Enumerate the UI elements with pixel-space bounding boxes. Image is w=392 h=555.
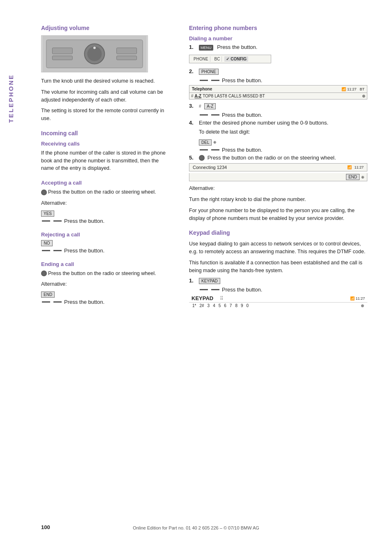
tab-plus: ⊕ xyxy=(362,94,365,98)
key-2: 2# xyxy=(198,303,205,308)
connecting-icon: ⊕ xyxy=(361,175,364,179)
delete-digit-text: To delete the last digit: xyxy=(199,128,367,136)
screen-bt: BT xyxy=(360,87,364,91)
vol-para-2: The volume for incoming calls and call v… xyxy=(41,88,173,104)
key-9: 9 xyxy=(240,303,244,308)
dash-11 xyxy=(200,149,208,150)
sub-ending-call: Ending a call Press the button on the ra… xyxy=(41,261,173,305)
keypad-grid-icon: ⠿ xyxy=(220,296,224,301)
end-button: END xyxy=(41,291,55,298)
dialing-number-title: Dialing a number xyxy=(189,35,367,42)
del-icon: ⊕ xyxy=(213,140,217,144)
accept-press-text: Press the button. xyxy=(64,218,104,224)
yes-button-row: YES xyxy=(41,210,173,217)
connecting-screen: Connecting 1234 📶 11:27 END ⊕ xyxy=(189,163,367,181)
sub-accepting-call: Accepting a call Press the button on the… xyxy=(41,180,173,224)
sub-receiving-calls: Receiving calls If the phone number of t… xyxy=(41,141,173,172)
dash-9 xyxy=(200,114,208,116)
keypad-step-1: 1. KEYPAD xyxy=(189,278,367,284)
step-3-content: # A-Z xyxy=(199,103,367,109)
del-press-row: Press the button. xyxy=(199,147,367,153)
right-column: Entering phone numbers Dialing a number … xyxy=(189,25,367,316)
section-keypad-dialing: Keypad dialing Use keypad dialing to gai… xyxy=(189,229,367,309)
keypad-text-1: Use keypad dialing to gain access to net… xyxy=(189,240,367,256)
del-button-row: DEL ⊕ xyxy=(199,139,367,146)
step-5: 5. Press the button on the radio or on t… xyxy=(189,155,367,161)
screen-connecting-bar: Connecting 1234 📶 11:27 xyxy=(189,163,367,171)
tab-hash: # xyxy=(191,94,194,98)
del-button: DEL xyxy=(199,139,212,146)
keypad-press-row: Press the button. xyxy=(199,287,367,293)
receiving-calls-text: If the phone number of the caller is sto… xyxy=(41,149,173,172)
step-2-press: Press the button. xyxy=(222,77,262,83)
step-2-press-row: Press the button. xyxy=(199,77,367,83)
incoming-call-title: Incoming call xyxy=(41,130,173,136)
ending-call-title: Ending a call xyxy=(41,261,173,267)
dash-2 xyxy=(53,220,62,222)
screen-after-step1: PHONE BC ✓ CONFIG xyxy=(189,53,367,65)
accept-press-row: Press the button. xyxy=(41,218,173,224)
phone-dial-icon xyxy=(199,155,205,161)
key-0: 0 xyxy=(246,303,250,308)
end-press-text: Press the button. xyxy=(64,299,104,305)
step-2: 2. PHONE xyxy=(189,68,367,75)
no-button-row: NO xyxy=(41,240,173,246)
screen-tab-phone: PHONE xyxy=(192,56,210,62)
keypad-signal: 📶 11:27 xyxy=(350,296,365,301)
page-number: 100 xyxy=(41,524,50,530)
keypad-press-text: Press the button. xyxy=(222,287,262,293)
key-4: 4 xyxy=(212,303,216,308)
phone-accept-icon xyxy=(41,190,47,195)
step-3: 3. # A-Z xyxy=(189,103,367,109)
step-4-num: 4. xyxy=(189,120,196,126)
key-8: 8 xyxy=(234,303,238,308)
end-text: Press the button on the radio or steerin… xyxy=(41,270,173,278)
yes-button: YES xyxy=(41,210,54,217)
step-4: 4. Enter the desired phone number using … xyxy=(189,120,367,126)
az-button: A-Z xyxy=(204,103,216,109)
keypad-step-1-num: 1. xyxy=(189,278,196,284)
section-entering-numbers: Entering phone numbers Dialing a number … xyxy=(189,25,367,222)
accepting-call-title: Accepting a call xyxy=(41,180,173,186)
connecting-bottom: END ⊕ xyxy=(189,173,367,181)
svg-rect-7 xyxy=(117,48,137,54)
step-5-text: Press the button on the radio or on the … xyxy=(208,155,336,161)
telephone-screen-bar: Telephone 📶 11:27 BT xyxy=(189,85,367,93)
key-3: 3 xyxy=(207,303,211,308)
left-column: Adjusting volume xyxy=(41,25,173,316)
step-5-content: Press the button on the radio or on the … xyxy=(199,155,367,161)
step-3-press: Press the button. xyxy=(222,112,262,118)
screen-tab-bc: BC xyxy=(213,56,222,62)
delete-digit-section: To delete the last digit: DEL ⊕ Press th… xyxy=(199,128,367,153)
keypad-step-1-content: KEYPAD xyxy=(199,278,367,284)
tab-missed: MISSED xyxy=(242,94,258,98)
step-1-text: Press the button. xyxy=(217,44,257,50)
svg-rect-5 xyxy=(52,48,72,54)
keypad-screen-top: KEYPAD ⠿ 📶 11:27 xyxy=(189,294,367,303)
tab-calls: CALLS xyxy=(228,94,242,98)
time-display: 11:27 xyxy=(354,165,364,169)
step-1: 1. MENU Press the button. xyxy=(189,44,367,51)
step-4-content: Enter the desired phone number using the… xyxy=(199,120,367,126)
step-3-num: 3. xyxy=(189,103,196,109)
entering-numbers-title: Entering phone numbers xyxy=(189,25,367,31)
key-5: 5 xyxy=(218,303,222,308)
volume-image xyxy=(41,35,148,72)
phone-button: PHONE xyxy=(199,69,219,75)
alternative-text-1: Turn the right rotary knob to dial the p… xyxy=(189,196,367,204)
tab-bt: BT xyxy=(260,94,265,98)
end-press-row: Press the button. xyxy=(41,299,173,305)
dash-6 xyxy=(53,301,62,303)
connecting-text: Connecting 1234 xyxy=(193,165,227,170)
rejecting-call-title: Rejecting a call xyxy=(41,231,173,238)
key-7: 7 xyxy=(229,303,233,308)
dash-8 xyxy=(211,80,219,81)
keypad-end-icon: ⊕ xyxy=(360,303,365,308)
alternative-label-1: Alternative: xyxy=(189,185,367,192)
connecting-right: 📶 11:27 xyxy=(347,165,364,169)
step-3-press-row: Press the button. xyxy=(199,112,367,118)
step-5-num: 5. xyxy=(189,155,196,161)
key-6: 6 xyxy=(223,303,227,308)
telephone-screen: Telephone 📶 11:27 BT # A-Z TOP8 LAST8 CA… xyxy=(189,85,367,99)
adjusting-volume-title: Adjusting volume xyxy=(41,25,173,31)
